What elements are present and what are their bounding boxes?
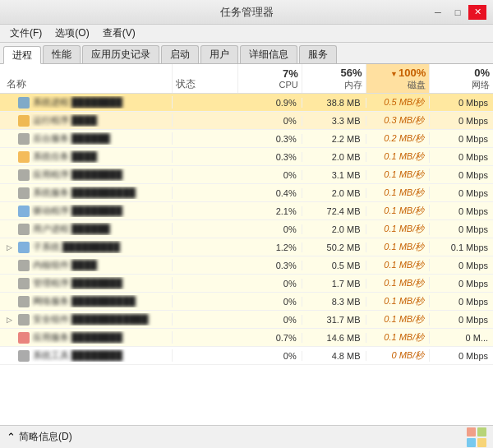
cell-disk: 0.1 MB/秒 bbox=[366, 313, 431, 326]
process-icon bbox=[18, 260, 30, 271]
cell-cpu: 0% bbox=[238, 224, 302, 234]
cell-memory: 2.0 MB bbox=[302, 224, 366, 234]
menu-view[interactable]: 查看(V) bbox=[96, 25, 142, 42]
process-name-label: 用户进程 ██████ bbox=[33, 223, 110, 235]
table-row[interactable]: 系统进程 ████████0.9%38.8 MB0.5 MB/秒0 Mbps bbox=[0, 94, 493, 112]
bottom-bar: ⌃ 简略信息(D) bbox=[0, 425, 493, 448]
table-row[interactable]: 应用程序 ████████0%3.1 MB0.1 MB/秒0 Mbps bbox=[0, 166, 493, 184]
cell-cpu: 0.9% bbox=[238, 98, 302, 108]
cell-process-name: 运行程序 ████ bbox=[0, 114, 173, 127]
table-row[interactable]: 管理程序 ████████0%1.7 MB0.1 MB/秒0 Mbps bbox=[0, 275, 493, 293]
process-icon bbox=[18, 133, 30, 145]
cell-cpu: 0.3% bbox=[238, 261, 302, 270]
process-icon bbox=[18, 115, 30, 127]
maximize-button[interactable]: □ bbox=[449, 5, 467, 20]
cell-network: 0 M... bbox=[430, 333, 493, 343]
cell-disk: 0.1 MB/秒 bbox=[366, 169, 431, 181]
cell-network: 0 Mbps bbox=[430, 206, 493, 216]
cell-process-name: 系统工具 ████████ bbox=[0, 349, 173, 362]
cell-process-name: 系统任务 ████ bbox=[0, 150, 173, 163]
cell-memory: 72.4 MB bbox=[302, 206, 366, 216]
summary-chevron-icon[interactable]: ⌃ bbox=[7, 431, 16, 443]
process-icon bbox=[18, 151, 30, 163]
cell-disk: 0.1 MB/秒 bbox=[366, 150, 431, 163]
table-row[interactable]: 用户进程 ██████0%2.0 MB0.1 MB/秒0 Mbps bbox=[0, 220, 493, 238]
table-row[interactable]: 系统服务 ██████████0.4%2.0 MB0.1 MB/秒0 Mbps bbox=[0, 184, 493, 202]
minimize-button[interactable]: ─ bbox=[429, 5, 447, 20]
table-row[interactable]: 应用服务 ████████0.7%14.6 MB0.1 MB/秒0 M... bbox=[0, 329, 493, 347]
watermark bbox=[421, 427, 486, 447]
col-header-network[interactable]: 0% 网络 bbox=[430, 64, 493, 93]
cell-network: 0 Mbps bbox=[430, 152, 493, 162]
cell-disk: 0.2 MB/秒 bbox=[366, 132, 431, 145]
process-name-label: 内核组件 ████ bbox=[33, 259, 97, 271]
tab-performance[interactable]: 性能 bbox=[43, 45, 81, 63]
table-row[interactable]: ▷子系统 █████████1.2%50.2 MB0.1 MB/秒0.1 Mbp… bbox=[0, 238, 493, 256]
cell-process-name: 驱动程序 ████████ bbox=[0, 205, 173, 217]
window-controls: ─ □ ✕ bbox=[429, 5, 486, 20]
expand-arrow-icon[interactable]: ▷ bbox=[7, 316, 15, 324]
cell-cpu: 0% bbox=[238, 297, 302, 307]
cell-process-name: 内核组件 ████ bbox=[0, 259, 173, 271]
process-name-label: 运行程序 ████ bbox=[33, 114, 97, 127]
table-row[interactable]: 驱动程序 ████████2.1%72.4 MB0.1 MB/秒0 Mbps bbox=[0, 202, 493, 220]
process-name-label: 安全组件 ████████████ bbox=[33, 313, 149, 326]
cell-network: 0 Mbps bbox=[430, 134, 493, 144]
process-table[interactable]: 系统进程 ████████0.9%38.8 MB0.5 MB/秒0 Mbps运行… bbox=[0, 94, 493, 425]
col-header-memory[interactable]: 56% 内存 bbox=[302, 64, 366, 93]
cell-process-name: 后台服务 ██████ bbox=[0, 132, 173, 145]
col-header-cpu[interactable]: 7% CPU bbox=[238, 64, 302, 93]
table-row[interactable]: 系统任务 ████0.3%2.0 MB0.1 MB/秒0 Mbps bbox=[0, 148, 493, 166]
cell-memory: 0.5 MB bbox=[302, 261, 366, 270]
table-row[interactable]: 内核组件 ████0.3%0.5 MB0.1 MB/秒0 Mbps bbox=[0, 256, 493, 275]
process-name-label: 系统服务 ██████████ bbox=[33, 187, 136, 199]
col-header-disk[interactable]: ▼100% 磁盘 bbox=[366, 64, 431, 93]
cell-memory: 38.8 MB bbox=[302, 98, 366, 108]
cell-disk: 0.1 MB/秒 bbox=[366, 187, 431, 199]
cell-cpu: 0% bbox=[238, 315, 302, 325]
cell-memory: 2.0 MB bbox=[302, 188, 366, 198]
table-row[interactable]: 系统工具 ████████0%4.8 MB0 MB/秒0 Mbps bbox=[0, 347, 493, 365]
process-name-label: 系统工具 ████████ bbox=[33, 349, 122, 362]
title-bar: 任务管理器 ─ □ ✕ bbox=[0, 0, 493, 25]
tab-process[interactable]: 进程 bbox=[3, 46, 41, 64]
col-header-status[interactable]: 状态 bbox=[173, 64, 238, 93]
process-name-label: 应用服务 ████████ bbox=[33, 331, 122, 344]
cell-process-name: 用户进程 ██████ bbox=[0, 223, 173, 235]
column-headers: 名称 状态 7% CPU 56% 内存 ▼100% 磁盘 0% 网络 bbox=[0, 64, 493, 94]
process-icon bbox=[18, 332, 30, 344]
table-row[interactable]: 网络服务 ██████████0%8.3 MB0.1 MB/秒0 Mbps bbox=[0, 293, 493, 311]
expand-arrow-icon[interactable]: ▷ bbox=[7, 243, 15, 252]
cell-disk: 0.1 MB/秒 bbox=[366, 277, 431, 289]
tab-details[interactable]: 详细信息 bbox=[240, 45, 297, 63]
process-name-label: 系统任务 ████ bbox=[33, 150, 97, 163]
table-row[interactable]: ▷安全组件 ████████████0%31.7 MB0.1 MB/秒0 Mbp… bbox=[0, 311, 493, 329]
window-title: 任务管理器 bbox=[64, 5, 429, 20]
tab-app-history[interactable]: 应用历史记录 bbox=[82, 45, 159, 63]
table-row[interactable]: 后台服务 ██████0.3%2.2 MB0.2 MB/秒0 Mbps bbox=[0, 130, 493, 148]
close-button[interactable]: ✕ bbox=[468, 5, 486, 20]
menu-file[interactable]: 文件(F) bbox=[3, 25, 48, 42]
col-header-name[interactable]: 名称 bbox=[0, 64, 173, 93]
tab-users[interactable]: 用户 bbox=[200, 45, 238, 63]
menu-options[interactable]: 选项(O) bbox=[48, 25, 95, 42]
tab-services[interactable]: 服务 bbox=[299, 45, 337, 63]
cell-memory: 3.1 MB bbox=[302, 170, 366, 180]
cell-memory: 2.2 MB bbox=[302, 134, 366, 144]
cell-disk: 0 MB/秒 bbox=[366, 349, 431, 362]
tab-startup[interactable]: 启动 bbox=[161, 45, 199, 63]
table-row[interactable]: 运行程序 ████0%3.3 MB0.3 MB/秒0 Mbps bbox=[0, 112, 493, 130]
process-name-label: 网络服务 ██████████ bbox=[33, 295, 136, 307]
cell-cpu: 0% bbox=[238, 170, 302, 180]
cell-cpu: 0.4% bbox=[238, 188, 302, 198]
summary-link[interactable]: 简略信息(D) bbox=[19, 430, 72, 444]
process-name-label: 系统进程 ████████ bbox=[33, 96, 122, 109]
cell-network: 0 Mbps bbox=[430, 315, 493, 325]
process-name-label: 子系统 █████████ bbox=[33, 241, 120, 253]
process-icon bbox=[18, 242, 30, 253]
cell-cpu: 1.2% bbox=[238, 242, 302, 252]
cell-network: 0 Mbps bbox=[430, 224, 493, 234]
cell-process-name: 系统进程 ████████ bbox=[0, 96, 173, 109]
cell-network: 0 Mbps bbox=[430, 116, 493, 126]
process-name-label: 驱动程序 ████████ bbox=[33, 205, 122, 217]
